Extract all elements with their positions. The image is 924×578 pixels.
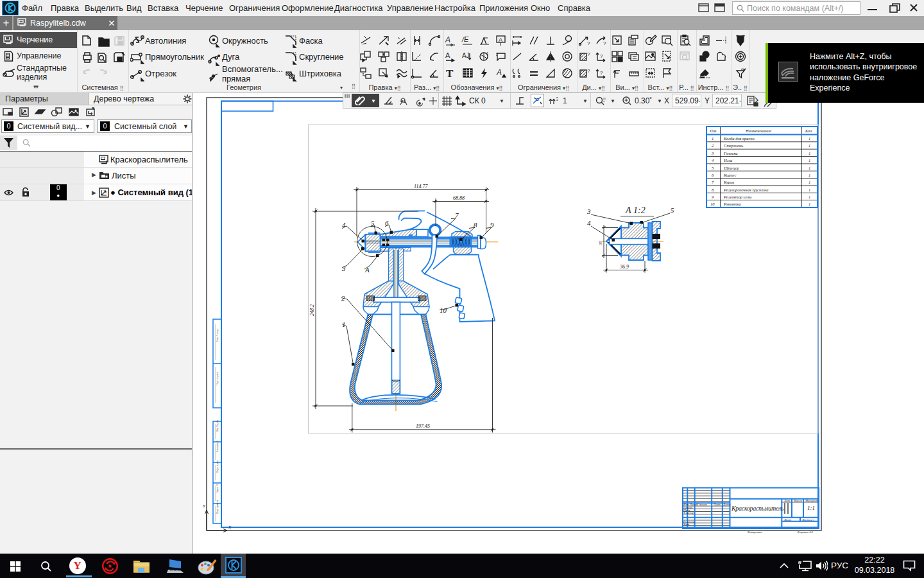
svg-text:Дата: Дата [723, 503, 731, 506]
svg-text:Формат A3: Формат A3 [797, 530, 813, 534]
svg-text:A: A [499, 37, 502, 43]
svg-text:7: 7 [455, 211, 459, 219]
svg-text:Корпус: Корпус [723, 173, 737, 177]
svg-text:Перв. примен.: Перв. примен. [216, 500, 219, 514]
svg-text:1: 1 [809, 158, 810, 162]
svg-text:Масса: Масса [793, 499, 802, 502]
svg-text:Лит.: Лит. [783, 499, 791, 502]
svg-text:1: 1 [809, 143, 810, 148]
svg-text:Лист: Лист [783, 518, 792, 521]
svg-text:A: A [445, 51, 450, 59]
svg-text:Рукоятка: Рукоятка [723, 202, 741, 206]
svg-text:68.88: 68.88 [453, 195, 465, 201]
svg-text:1: 1 [809, 136, 810, 141]
svg-text:1:1: 1:1 [807, 505, 815, 511]
svg-text:A: A [445, 35, 450, 44]
svg-text:1: 1 [809, 180, 810, 184]
svg-text:Головка: Головка [723, 151, 738, 155]
svg-text:Инв. N подл.: Инв. N подл. [216, 328, 219, 342]
svg-text:Подп. и дата: Подп. и дата [216, 372, 219, 385]
svg-text:Масштаб: Масштаб [805, 499, 819, 502]
svg-text:Наименование: Наименование [745, 128, 771, 133]
svg-text:?: ? [603, 40, 606, 46]
svg-text:Курок: Курок [723, 180, 735, 184]
svg-text:Штуцер: Штуцер [723, 166, 739, 170]
svg-text:?: ? [600, 53, 603, 59]
svg-text:/E: /E [461, 35, 469, 43]
svg-text:?: ? [587, 51, 590, 57]
svg-text:Регулятор иглы: Регулятор иглы [723, 195, 752, 199]
svg-text:36.9: 36.9 [619, 264, 629, 270]
svg-text:?: ? [600, 70, 603, 76]
svg-text:4: 4 [587, 219, 591, 227]
svg-text:Копировал: Копировал [747, 530, 762, 534]
svg-text:Т.контр.: Т.контр. [683, 511, 694, 514]
svg-text:A: A [496, 68, 502, 77]
svg-text:X: X [228, 525, 232, 530]
svg-text:1: 1 [809, 188, 810, 192]
svg-text:Игла: Игла [723, 158, 732, 162]
svg-text:35: 35 [598, 241, 603, 247]
svg-text:Утв.: Утв. [683, 523, 690, 526]
svg-text:Листов 1: Листов 1 [801, 518, 814, 521]
svg-text:Взам.инв.N: Взам.инв.N [216, 441, 219, 452]
svg-text:А: А [364, 266, 370, 274]
svg-text:10: 10 [440, 306, 447, 314]
svg-text:Справ. N: Справ. N [216, 484, 219, 493]
svg-text:197.45: 197.45 [416, 423, 430, 429]
svg-text:?: ? [587, 68, 590, 74]
svg-text:10: 10 [710, 202, 715, 206]
svg-text:1: 1 [809, 151, 810, 155]
svg-text:Кол.: Кол. [805, 128, 813, 133]
svg-text:T: T [446, 67, 454, 80]
svg-text:Подп. и дата: Подп. и дата [216, 460, 219, 473]
svg-text:1: 1 [809, 202, 810, 206]
svg-text:Колба для краски: Колба для краски [723, 136, 755, 141]
svg-text:?: ? [587, 40, 590, 46]
svg-text:248.2: 248.2 [309, 304, 315, 316]
svg-text:1: 1 [809, 166, 810, 170]
svg-text:Регулировочная пружина: Регулировочная пружина [723, 188, 768, 192]
svg-text:1: 1 [486, 51, 489, 55]
svg-text:Поз.: Поз. [709, 128, 717, 133]
svg-text:1: 1 [809, 195, 810, 199]
svg-text:114.77: 114.77 [414, 184, 428, 189]
svg-text:3: 3 [341, 265, 346, 272]
svg-text:Стержень: Стержень [724, 143, 743, 148]
svg-text:Инв.N дубл.: Инв.N дубл. [216, 419, 219, 432]
svg-text:Подп.: Подп. [713, 503, 721, 506]
svg-text:Краскораспылитель: Краскораспылитель [731, 505, 784, 512]
svg-text:3: 3 [586, 207, 591, 215]
svg-text:1: 1 [809, 173, 810, 177]
svg-text:1: 1 [712, 136, 714, 141]
svg-text:N докум.: N докум. [696, 503, 708, 506]
svg-text:А 1:2: А 1:2 [625, 206, 646, 215]
svg-text:Y: Y [203, 504, 206, 509]
svg-text:5: 5 [671, 206, 674, 214]
